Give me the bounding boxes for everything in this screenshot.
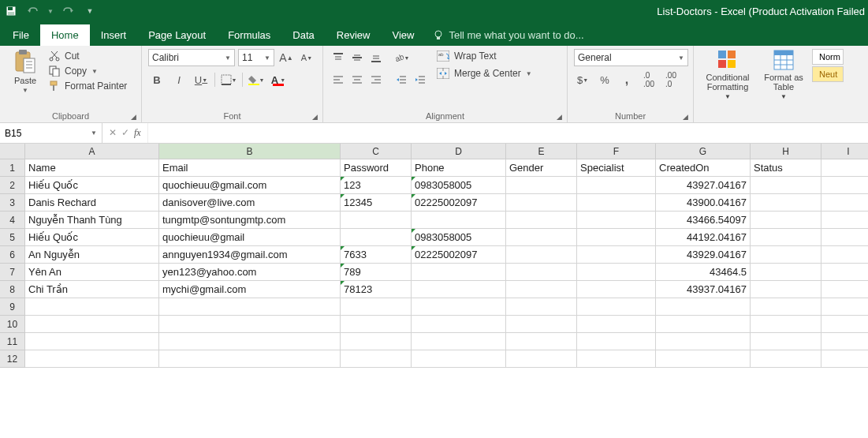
cell[interactable] xyxy=(412,212,506,229)
cell[interactable]: An Nguyễn xyxy=(25,246,159,264)
copy-button[interactable]: Copy ▼ xyxy=(49,64,127,78)
row-header[interactable]: 6 xyxy=(0,246,25,264)
cell[interactable] xyxy=(751,316,821,333)
cell[interactable] xyxy=(577,229,656,246)
cancel-formula-icon[interactable]: ✕ xyxy=(109,127,117,139)
underline-button[interactable]: U▼ xyxy=(192,71,210,88)
cut-button[interactable]: Cut xyxy=(49,49,127,63)
cell[interactable]: Name xyxy=(25,159,159,177)
row-header[interactable]: 1 xyxy=(0,159,25,177)
format-painter-button[interactable]: Format Painter xyxy=(49,79,127,93)
row-header[interactable]: 3 xyxy=(0,194,25,212)
spreadsheet-grid[interactable]: ABCDEFGHI1NameEmailPasswordPhoneGenderSp… xyxy=(0,144,868,368)
undo-icon[interactable] xyxy=(25,3,41,19)
column-header[interactable]: E xyxy=(506,144,577,159)
cell[interactable] xyxy=(25,333,159,350)
qat-customize-icon[interactable]: ▼ xyxy=(82,3,98,19)
cell[interactable]: 43466.54097 xyxy=(656,212,751,229)
cell[interactable] xyxy=(656,350,751,368)
decrease-font-icon[interactable]: A▼ xyxy=(298,49,315,66)
cell[interactable]: quochieuu@gmail xyxy=(159,229,341,246)
paste-button[interactable]: Paste ▼ xyxy=(6,49,44,94)
cell[interactable]: 02225002097 xyxy=(412,246,506,264)
cell[interactable]: mychi@gmail.com xyxy=(159,281,341,298)
cell[interactable]: CreatedOn xyxy=(656,159,751,177)
cell[interactable] xyxy=(821,316,868,333)
tab-formulas[interactable]: Formulas xyxy=(217,24,281,46)
clipboard-launcher-icon[interactable]: ◢ xyxy=(131,113,136,121)
cell[interactable] xyxy=(577,298,656,316)
italic-button[interactable]: I xyxy=(170,71,188,88)
tab-data[interactable]: Data xyxy=(281,24,325,46)
cell[interactable]: 43929.04167 xyxy=(656,246,751,264)
merge-center-button[interactable]: Merge & Center ▼ xyxy=(437,66,532,80)
column-header[interactable]: H xyxy=(751,144,821,159)
cell[interactable] xyxy=(656,316,751,333)
font-size-dropdown[interactable]: 11▼ xyxy=(238,49,274,66)
cell[interactable]: 7633 xyxy=(341,246,412,264)
cell[interactable] xyxy=(159,333,341,350)
fill-color-button[interactable]: ▼ xyxy=(248,71,265,88)
tab-file[interactable]: File xyxy=(2,24,40,46)
name-box-input[interactable] xyxy=(5,128,68,139)
cell[interactable] xyxy=(751,264,821,281)
increase-font-icon[interactable]: A▲ xyxy=(278,49,295,66)
cell[interactable] xyxy=(412,333,506,350)
cell[interactable] xyxy=(506,316,577,333)
cell[interactable] xyxy=(412,281,506,298)
cell[interactable] xyxy=(577,194,656,212)
alignment-launcher-icon[interactable]: ◢ xyxy=(557,113,562,121)
cell[interactable] xyxy=(577,350,656,368)
cell[interactable] xyxy=(751,194,821,212)
cell[interactable]: yen123@yahoo.com xyxy=(159,264,341,281)
decrease-decimal-button[interactable]: .00.0 xyxy=(662,71,680,88)
cell[interactable] xyxy=(656,298,751,316)
redo-icon[interactable] xyxy=(60,3,76,19)
column-header[interactable]: D xyxy=(412,144,506,159)
cell[interactable] xyxy=(506,177,577,194)
row-header[interactable]: 4 xyxy=(0,212,25,229)
cell[interactable]: danisover@live.com xyxy=(159,194,341,212)
cell[interactable] xyxy=(506,212,577,229)
increase-decimal-button[interactable]: .0.00 xyxy=(640,71,658,88)
cell[interactable]: Status xyxy=(751,159,821,177)
cell[interactable] xyxy=(821,333,868,350)
cell[interactable] xyxy=(341,333,412,350)
cell[interactable] xyxy=(25,350,159,368)
row-header[interactable]: 8 xyxy=(0,281,25,298)
cell[interactable]: quochieuu@gmail.com xyxy=(159,177,341,194)
cell[interactable] xyxy=(577,246,656,264)
cell[interactable] xyxy=(821,194,868,212)
style-neutral[interactable]: Neut xyxy=(812,66,844,82)
tab-page-layout[interactable]: Page Layout xyxy=(137,24,217,46)
style-normal[interactable]: Norm xyxy=(812,49,844,65)
cell[interactable] xyxy=(412,298,506,316)
row-header[interactable]: 12 xyxy=(0,350,25,368)
cell[interactable] xyxy=(159,350,341,368)
cell[interactable] xyxy=(506,246,577,264)
cell[interactable] xyxy=(341,316,412,333)
cell[interactable] xyxy=(821,229,868,246)
comma-format-button[interactable]: , xyxy=(618,71,635,88)
bold-button[interactable]: B xyxy=(148,71,166,88)
cell[interactable]: 123 xyxy=(341,177,412,194)
cell[interactable]: 43927.04167 xyxy=(656,177,751,194)
cell[interactable]: 43937.04167 xyxy=(656,281,751,298)
cell[interactable]: 02225002097 xyxy=(412,194,506,212)
cell[interactable] xyxy=(159,316,341,333)
conditional-formatting-button[interactable]: Conditional Formatting▼ xyxy=(700,49,755,100)
column-header[interactable]: F xyxy=(577,144,656,159)
cell[interactable] xyxy=(656,333,751,350)
align-center-icon[interactable] xyxy=(348,71,366,88)
cell[interactable] xyxy=(751,333,821,350)
cell[interactable] xyxy=(412,350,506,368)
cell[interactable] xyxy=(341,212,412,229)
cell[interactable] xyxy=(751,298,821,316)
number-format-dropdown[interactable]: General▼ xyxy=(574,49,688,66)
cell[interactable]: tungmtp@sontungmtp.com xyxy=(159,212,341,229)
cell[interactable] xyxy=(506,350,577,368)
row-header[interactable]: 2 xyxy=(0,177,25,194)
cell[interactable] xyxy=(751,212,821,229)
row-header[interactable]: 10 xyxy=(0,316,25,333)
cell[interactable] xyxy=(412,264,506,281)
